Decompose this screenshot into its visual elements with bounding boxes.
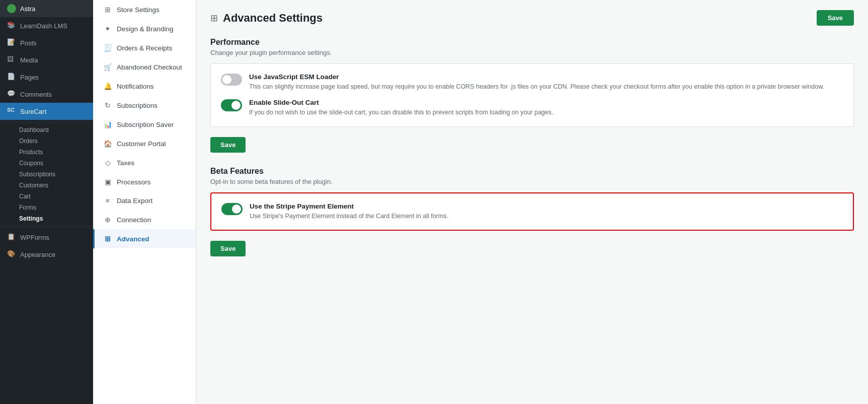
slide-out-cart-slider bbox=[221, 99, 242, 111]
page-title-icon: ⊞ bbox=[210, 13, 218, 24]
slide-out-cart-label: Enable Slide-Out Cart bbox=[249, 99, 843, 106]
sidebar-divider-2 bbox=[0, 226, 93, 227]
js-esm-toggle[interactable] bbox=[221, 74, 242, 86]
slide-out-cart-desc: If you do not wish to use the slide-out … bbox=[249, 108, 843, 117]
stripe-payment-desc: Use Stripe's Payment Element instead of … bbox=[250, 212, 843, 221]
plugin-nav-subscriptions[interactable]: ↻ Subscriptions bbox=[93, 96, 196, 115]
subnav-cart[interactable]: Cart bbox=[0, 191, 93, 202]
sidebar-item-posts[interactable]: 📝 Posts bbox=[0, 34, 93, 51]
slide-out-cart-label-group: Enable Slide-Out Cart If you do not wish… bbox=[249, 99, 843, 117]
subnav-orders[interactable]: Orders bbox=[0, 136, 93, 147]
js-esm-slider bbox=[221, 74, 242, 86]
slide-out-cart-toggle-row: Enable Slide-Out Cart If you do not wish… bbox=[221, 99, 843, 117]
connection-icon: ⊕ bbox=[104, 216, 112, 224]
performance-title: Performance bbox=[210, 38, 854, 47]
plugin-nav-design-branding[interactable]: ✦ Design & Branding bbox=[93, 19, 196, 38]
beta-save-button[interactable]: Save bbox=[210, 241, 246, 256]
js-esm-desc: This can slightly increase page load spe… bbox=[249, 82, 843, 92]
section-spacer bbox=[210, 153, 854, 167]
beta-title: Beta Features bbox=[210, 167, 854, 176]
plugin-nav-store-settings[interactable]: ⊞ Store Settings bbox=[93, 0, 196, 19]
plugin-nav-processors[interactable]: ▣ Processors bbox=[93, 172, 196, 191]
subnav-products[interactable]: Products bbox=[0, 147, 93, 158]
sidebar-item-pages[interactable]: 📄 Pages bbox=[0, 69, 93, 86]
store-settings-icon: ⊞ bbox=[104, 6, 112, 14]
plugin-sidebar: ⊞ Store Settings ✦ Design & Branding 🧾 O… bbox=[93, 0, 196, 404]
subnav-dashboard[interactable]: Dashboard bbox=[0, 124, 93, 136]
learndash-icon: 📚 bbox=[7, 21, 16, 30]
notifications-icon: 🔔 bbox=[104, 82, 112, 90]
stripe-payment-toggle-row: Use the Stripe Payment Element Use Strip… bbox=[221, 203, 843, 221]
sidebar-item-media[interactable]: 🖼 Media bbox=[0, 51, 93, 69]
plugin-nav-connection[interactable]: ⊕ Connection bbox=[93, 210, 196, 229]
sidebar-item-surecart[interactable]: SC SureCart bbox=[0, 103, 93, 120]
media-icon: 🖼 bbox=[7, 55, 16, 64]
stripe-payment-toggle[interactable] bbox=[221, 203, 243, 215]
taxes-icon: ◇ bbox=[104, 159, 112, 167]
pages-icon: 📄 bbox=[7, 73, 16, 82]
data-export-icon: ≡ bbox=[104, 197, 112, 205]
subnav-coupons[interactable]: Coupons bbox=[0, 158, 93, 169]
processors-icon: ▣ bbox=[104, 178, 112, 186]
plugin-nav-taxes[interactable]: ◇ Taxes bbox=[93, 153, 196, 172]
wpforms-icon: 📋 bbox=[7, 233, 16, 242]
stripe-payment-slider bbox=[221, 203, 243, 215]
sidebar-divider bbox=[0, 122, 93, 122]
sidebar-item-appearance[interactable]: 🎨 Appearance bbox=[0, 246, 93, 263]
stripe-payment-label: Use the Stripe Payment Element bbox=[250, 203, 843, 210]
performance-save-button[interactable]: Save bbox=[210, 137, 246, 153]
plugin-nav-abandoned-checkout[interactable]: 🛒 Abandoned Checkout bbox=[93, 57, 196, 77]
slide-out-cart-toggle[interactable] bbox=[221, 99, 242, 111]
performance-desc: Change your plugin performance settings. bbox=[210, 49, 854, 56]
beta-card: Use the Stripe Payment Element Use Strip… bbox=[210, 192, 854, 231]
plugin-nav-data-export[interactable]: ≡ Data Export bbox=[93, 191, 196, 210]
astra-icon bbox=[7, 4, 16, 13]
page-title-area: ⊞ Advanced Settings bbox=[210, 12, 323, 25]
posts-icon: 📝 bbox=[7, 38, 16, 47]
subnav-settings[interactable]: Settings bbox=[0, 213, 93, 224]
subnav-customers[interactable]: Customers bbox=[0, 180, 93, 191]
js-esm-toggle-row: Use JavaScript ESM Loader This can sligh… bbox=[221, 73, 843, 92]
sidebar-item-comments[interactable]: 💬 Comments bbox=[0, 86, 93, 103]
plugin-nav-subscription-saver[interactable]: 📊 Subscription Saver bbox=[93, 115, 196, 134]
page-header: ⊞ Advanced Settings Save bbox=[210, 10, 854, 26]
advanced-icon: ⊞ bbox=[104, 235, 112, 243]
beta-desc: Opt-in to some beta features of the plug… bbox=[210, 178, 854, 185]
js-esm-label: Use JavaScript ESM Loader bbox=[249, 73, 843, 81]
stripe-payment-label-group: Use the Stripe Payment Element Use Strip… bbox=[250, 203, 843, 221]
receipt-icon: 🧾 bbox=[104, 44, 112, 52]
performance-section: Performance Change your plugin performan… bbox=[210, 38, 854, 153]
comments-icon: 💬 bbox=[7, 90, 16, 99]
plugin-nav-customer-portal[interactable]: 🏠 Customer Portal bbox=[93, 134, 196, 153]
appearance-icon: 🎨 bbox=[7, 250, 16, 259]
design-icon: ✦ bbox=[104, 25, 112, 33]
subnav-forms[interactable]: Forms bbox=[0, 202, 93, 213]
js-esm-label-group: Use JavaScript ESM Loader This can sligh… bbox=[249, 73, 843, 92]
subnav-subscriptions[interactable]: Subscriptions bbox=[0, 169, 93, 180]
plugin-nav-notifications[interactable]: 🔔 Notifications bbox=[93, 77, 196, 96]
beta-section: Beta Features Opt-in to some beta featur… bbox=[210, 167, 854, 257]
top-save-button[interactable]: Save bbox=[817, 10, 854, 26]
subscription-saver-icon: 📊 bbox=[104, 120, 112, 128]
sidebar-item-astra[interactable]: Astra bbox=[0, 0, 93, 17]
abandoned-checkout-icon: 🛒 bbox=[104, 63, 112, 71]
surecart-icon: SC bbox=[7, 107, 16, 116]
wp-admin-sidebar: Astra 📚 LearnDash LMS 📝 Posts 🖼 Media 📄 … bbox=[0, 0, 93, 404]
main-content: ⊞ Advanced Settings Save Performance Cha… bbox=[196, 0, 868, 404]
customer-portal-icon: 🏠 bbox=[104, 140, 112, 148]
plugin-nav-advanced[interactable]: ⊞ Advanced bbox=[93, 229, 196, 248]
plugin-nav-orders-receipts[interactable]: 🧾 Orders & Receipts bbox=[93, 38, 196, 57]
content-area: ⊞ Advanced Settings Save Performance Cha… bbox=[196, 0, 868, 404]
sidebar-item-wpforms[interactable]: 📋 WPForms bbox=[0, 229, 93, 246]
subscriptions-icon: ↻ bbox=[104, 101, 112, 109]
page-title: Advanced Settings bbox=[223, 12, 323, 25]
performance-card: Use JavaScript ESM Loader This can sligh… bbox=[210, 63, 854, 127]
sidebar-item-learndash[interactable]: 📚 LearnDash LMS bbox=[0, 17, 93, 34]
